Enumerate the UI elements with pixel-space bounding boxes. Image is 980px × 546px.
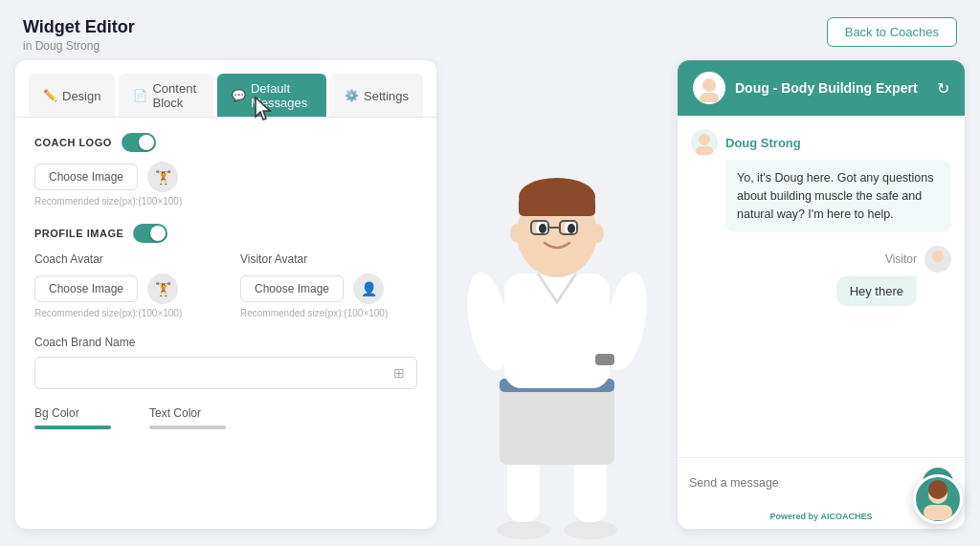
chat-header-name: Doug - Body Building Expert	[735, 80, 918, 96]
coach-avatar-row: Choose Image 🏋️	[34, 273, 212, 304]
coach-avatar-col: Coach Avatar Choose Image 🏋️ Recommended…	[34, 252, 212, 318]
svg-point-27	[699, 134, 710, 145]
coach-logo-image-row: Choose Image 🏋️	[34, 162, 417, 192]
page-header: Widget Editor in Doug Strong Back to Coa…	[0, 0, 980, 60]
page-title: Widget Editor	[23, 17, 135, 37]
coach-logo-thumb: 🏋️	[147, 162, 178, 192]
svg-point-23	[590, 224, 604, 243]
tab-design[interactable]: ✏️ Design	[29, 74, 115, 117]
color-section: Bg Color Text Color	[34, 406, 417, 429]
brand-name-input[interactable]: Doug - Body Building Expert	[47, 366, 386, 381]
svg-point-1	[564, 520, 617, 539]
profile-image-label: PROFILE IMAGE	[34, 224, 417, 243]
visitor-avatar-label: Visitor Avatar	[240, 252, 417, 266]
bg-color-swatch[interactable]	[34, 426, 111, 429]
svg-point-18	[568, 224, 575, 233]
svg-rect-26	[700, 93, 719, 102]
svg-point-0	[497, 520, 550, 539]
coach-avatar-label: Coach Avatar	[34, 252, 212, 266]
profile-row: Coach Avatar Choose Image 🏋️ Recommended…	[34, 252, 417, 318]
design-icon: ✏️	[43, 89, 57, 102]
chat-header-avatar	[693, 72, 725, 104]
visitor-avatar-col: Visitor Avatar Choose Image 👤 Recommende…	[240, 252, 417, 318]
visitor-label: Visitor	[885, 252, 917, 266]
floating-avatar[interactable]	[913, 474, 963, 524]
page-subtitle: in Doug Strong	[23, 39, 135, 53]
visitor-avatar-row: Choose Image 👤	[240, 273, 417, 304]
refresh-icon[interactable]: ↻	[937, 79, 949, 98]
color-row: Bg Color Text Color	[34, 406, 417, 429]
main-layout: ✏️ Design 📄 Content Block 💬 Default Mess…	[0, 60, 980, 541]
back-to-coaches-button[interactable]: Back to Coaches	[827, 17, 957, 47]
chat-input[interactable]	[689, 476, 915, 490]
brand-name-icon: ⊞	[393, 365, 405, 381]
visitor-avatar-thumb: 👤	[353, 273, 384, 304]
text-color-swatch[interactable]	[149, 426, 226, 429]
tab-settings[interactable]: ⚙️ Settings	[330, 74, 423, 117]
coach-logo-section: COACH LOGO Choose Image 🏋️ Recommended s…	[34, 133, 417, 207]
coach-name-label: Doug Strong	[725, 136, 801, 150]
svg-rect-24	[595, 354, 614, 365]
visitor-avatar-small	[924, 246, 951, 273]
panel-content: COACH LOGO Choose Image 🏋️ Recommended s…	[15, 118, 436, 529]
coach-logo-toggle[interactable]	[122, 133, 156, 152]
svg-point-29	[932, 251, 944, 262]
svg-rect-32	[924, 505, 952, 520]
chat-header-info: Doug - Body Building Expert	[693, 72, 918, 104]
coach-logo-label: COACH LOGO	[34, 133, 417, 152]
profile-image-section: PROFILE IMAGE Coach Avatar Choose Image …	[34, 224, 417, 318]
mascot-area	[436, 60, 678, 541]
visitor-message: Visitor Hey there	[691, 246, 951, 306]
mascot-figure	[452, 101, 662, 541]
content-block-icon: 📄	[133, 89, 147, 102]
coach-logo-choose-btn[interactable]: Choose Image	[34, 164, 138, 190]
settings-icon: ⚙️	[345, 89, 359, 102]
visitor-msg-header: Visitor	[885, 246, 951, 273]
tab-default-messages[interactable]: 💬 Default Messages	[217, 74, 326, 117]
coach-message: Doug Strong Yo, it's Doug here. Got any …	[691, 129, 951, 232]
chat-header: Doug - Body Building Expert ↻	[678, 60, 965, 116]
svg-rect-30	[929, 263, 947, 272]
coach-avatar-rec-size: Recommended size(px):(100×100)	[34, 308, 212, 318]
footer-brand: AICOACHES	[821, 512, 873, 521]
svg-rect-28	[696, 146, 713, 155]
left-panel: ✏️ Design 📄 Content Block 💬 Default Mess…	[15, 60, 436, 529]
coach-logo-rec-size: Recommended size(px):(100×100)	[34, 196, 417, 207]
svg-rect-6	[504, 273, 610, 388]
brand-name-section: Coach Brand Name Doug - Body Building Ex…	[34, 336, 417, 389]
svg-rect-14	[519, 197, 595, 216]
svg-point-17	[539, 224, 546, 233]
coach-intro-bubble: Yo, it's Doug here. Got any questions ab…	[725, 160, 951, 232]
brand-name-label: Coach Brand Name	[34, 336, 417, 349]
tab-content-block[interactable]: 📄 Content Block	[119, 74, 212, 117]
tab-bar: ✏️ Design 📄 Content Block 💬 Default Mess…	[15, 60, 436, 118]
svg-point-25	[702, 78, 716, 92]
svg-rect-4	[500, 383, 614, 465]
coach-msg-header: Doug Strong	[691, 129, 951, 156]
visitor-avatar-choose-btn[interactable]: Choose Image	[240, 275, 344, 302]
text-color-item: Text Color	[149, 406, 226, 429]
coach-avatar-small	[691, 129, 718, 156]
coach-avatar-thumb: 🏋️	[147, 273, 178, 304]
text-color-label: Text Color	[149, 406, 226, 420]
brand-name-input-row[interactable]: Doug - Body Building Expert ⊞	[34, 357, 417, 389]
svg-point-22	[510, 224, 523, 243]
coach-avatar-choose-btn[interactable]: Choose Image	[34, 275, 138, 302]
bg-color-label: Bg Color	[34, 406, 111, 420]
chat-widget: Doug - Body Building Expert ↻ Doug Stron…	[678, 60, 965, 529]
visitor-avatar-rec-size: Recommended size(px):(100×100)	[240, 308, 417, 318]
bg-color-item: Bg Color	[34, 406, 111, 429]
default-messages-icon: 💬	[232, 89, 246, 102]
svg-point-33	[928, 480, 947, 499]
chat-messages: Doug Strong Yo, it's Doug here. Got any …	[678, 116, 965, 457]
profile-image-toggle[interactable]	[133, 224, 167, 243]
visitor-bubble: Hey there	[836, 276, 917, 306]
